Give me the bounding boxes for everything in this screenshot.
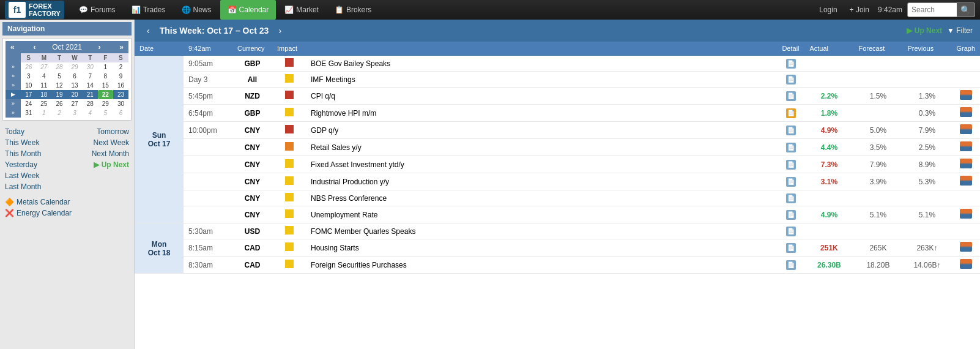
nav-next-week[interactable]: Next Week xyxy=(94,138,129,147)
week-2-indicator[interactable]: » xyxy=(6,72,21,81)
detail-cell[interactable]: 📄 xyxy=(777,239,804,257)
day-27[interactable]: 27 xyxy=(36,62,51,72)
prev-month-button[interactable]: « xyxy=(8,43,17,51)
col-header-impact[interactable]: Impact xyxy=(272,42,306,56)
day-2[interactable]: 2 xyxy=(113,62,128,72)
graph-cell[interactable] xyxy=(951,156,980,173)
col-header-forecast[interactable]: Forecast xyxy=(853,42,902,56)
graph-cell[interactable] xyxy=(951,122,980,139)
next-week-button[interactable]: › xyxy=(96,43,103,51)
nav-yesterday[interactable]: Yesterday xyxy=(5,160,37,169)
prev-week-button[interactable]: ‹ xyxy=(31,43,38,51)
graph-cell[interactable] xyxy=(951,257,980,274)
nav-this-week[interactable]: This Week xyxy=(5,138,39,147)
detail-cell[interactable]: 📄 xyxy=(777,206,804,223)
day-22[interactable]: 22 xyxy=(98,90,113,99)
detail-cell[interactable]: 📄 xyxy=(777,257,804,274)
col-header-previous[interactable]: Previous xyxy=(902,42,951,56)
detail-cell[interactable]: 📄 xyxy=(777,173,804,190)
search-button[interactable]: 🔍 xyxy=(957,3,974,17)
detail-cell[interactable]: 📄 xyxy=(777,190,804,206)
day-1[interactable]: 1 xyxy=(98,62,113,72)
week-1-indicator[interactable]: » xyxy=(6,62,21,72)
day-21[interactable]: 21 xyxy=(83,90,98,99)
day-30b[interactable]: 30 xyxy=(113,99,128,108)
week-4-indicator[interactable]: ▶ xyxy=(6,90,21,99)
day-28[interactable]: 28 xyxy=(51,62,67,72)
filter-button[interactable]: ▼ Filter xyxy=(947,26,973,35)
day-27b[interactable]: 27 xyxy=(67,99,83,108)
detail-cell[interactable]: 📄 xyxy=(777,156,804,173)
detail-cell[interactable]: 📄 xyxy=(777,88,804,105)
day-12[interactable]: 12 xyxy=(51,81,67,90)
detail-cell[interactable]: 📄 xyxy=(777,122,804,139)
day-15[interactable]: 15 xyxy=(98,81,113,90)
next-week-nav[interactable]: › xyxy=(273,24,286,37)
week-3-indicator[interactable]: » xyxy=(6,81,21,90)
day-13[interactable]: 13 xyxy=(67,81,83,90)
nav-today[interactable]: Today xyxy=(5,127,24,136)
graph-cell[interactable] xyxy=(951,173,980,190)
day-8[interactable]: 8 xyxy=(98,72,113,81)
join-button[interactable]: + Join xyxy=(846,4,873,15)
day-17[interactable]: 17 xyxy=(21,90,36,99)
week-6-indicator[interactable]: » xyxy=(6,108,21,118)
day-11[interactable]: 11 xyxy=(36,81,51,90)
logo[interactable]: f1 FOREXFACTORY xyxy=(5,1,64,19)
graph-cell[interactable] xyxy=(951,239,980,257)
nav-market[interactable]: 📈 Market xyxy=(277,0,326,20)
day-6[interactable]: 6 xyxy=(67,72,83,81)
metals-calendar-link[interactable]: 🔶 Metals Calendar xyxy=(5,197,129,208)
graph-cell[interactable] xyxy=(951,139,980,156)
day-23[interactable]: 23 xyxy=(113,90,128,99)
next-month-button[interactable]: » xyxy=(117,43,126,51)
week-5-indicator[interactable]: » xyxy=(6,99,21,108)
col-header-date[interactable]: Date xyxy=(135,42,184,56)
col-header-graph[interactable]: Graph xyxy=(951,42,980,56)
col-header-time[interactable]: 9:42am xyxy=(184,42,232,56)
day-3[interactable]: 3 xyxy=(21,72,36,81)
day-29b[interactable]: 29 xyxy=(98,99,113,108)
login-button[interactable]: Login xyxy=(815,4,841,15)
nav-tomorrow[interactable]: Tomorrow xyxy=(97,127,129,136)
nav-brokers[interactable]: 📋 Brokers xyxy=(327,0,379,20)
day-26b[interactable]: 26 xyxy=(51,99,67,108)
nav-news[interactable]: 🌐 News xyxy=(174,0,219,20)
day-5[interactable]: 5 xyxy=(51,72,67,81)
search-input[interactable] xyxy=(908,4,957,15)
day-14[interactable]: 14 xyxy=(83,81,98,90)
nav-last-month[interactable]: Last Month xyxy=(5,182,41,191)
day-7[interactable]: 7 xyxy=(83,72,98,81)
day-5b[interactable]: 5 xyxy=(98,108,113,118)
detail-cell[interactable]: 📄 xyxy=(777,139,804,156)
graph-cell[interactable] xyxy=(951,206,980,223)
nav-last-week[interactable]: Last Week xyxy=(5,171,39,180)
col-header-currency[interactable]: Currency xyxy=(232,42,272,56)
day-26[interactable]: 26 xyxy=(21,62,36,72)
day-6b[interactable]: 6 xyxy=(113,108,128,118)
day-18[interactable]: 18 xyxy=(36,90,51,99)
detail-cell[interactable]: 📄 xyxy=(777,105,804,122)
day-1b[interactable]: 1 xyxy=(36,108,51,118)
day-28b[interactable]: 28 xyxy=(83,99,98,108)
nav-forums[interactable]: 💬 Forums xyxy=(72,0,123,20)
day-2b[interactable]: 2 xyxy=(51,108,67,118)
col-header-detail[interactable]: Detail xyxy=(777,42,804,56)
day-4b[interactable]: 4 xyxy=(83,108,98,118)
day-19[interactable]: 19 xyxy=(51,90,67,99)
day-25[interactable]: 25 xyxy=(36,99,51,108)
day-30[interactable]: 30 xyxy=(83,62,98,72)
nav-calendar[interactable]: 📅 Calendar xyxy=(220,0,277,20)
nav-next-month[interactable]: Next Month xyxy=(92,149,129,158)
nav-this-month[interactable]: This Month xyxy=(5,149,41,158)
day-4[interactable]: 4 xyxy=(36,72,51,81)
detail-cell[interactable]: 📄 xyxy=(777,223,804,239)
detail-cell[interactable]: 📄 xyxy=(777,56,804,72)
col-header-actual[interactable]: Actual xyxy=(804,42,853,56)
energy-calendar-link[interactable]: ❌ Energy Calendar xyxy=(5,208,129,219)
day-31[interactable]: 31 xyxy=(21,108,36,118)
nav-up-next[interactable]: Up Next xyxy=(94,160,129,169)
day-3b[interactable]: 3 xyxy=(67,108,83,118)
day-10[interactable]: 10 xyxy=(21,81,36,90)
nav-trades[interactable]: 📊 Trades xyxy=(124,0,173,20)
